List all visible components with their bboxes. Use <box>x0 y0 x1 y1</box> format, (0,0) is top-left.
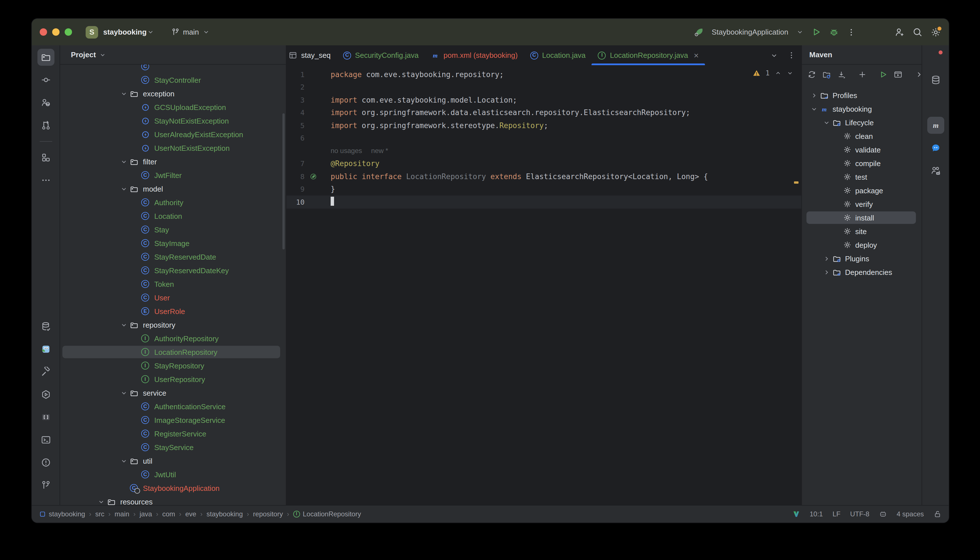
code-line[interactable]: 6 <box>286 132 801 145</box>
tool-window-button-code-with-me[interactable] <box>37 94 54 111</box>
project-tree-item[interactable]: CAuthenticationService <box>60 400 286 413</box>
maven-goal-deploy[interactable]: deploy <box>802 238 922 252</box>
tab-list-chevron-down-icon[interactable] <box>770 51 778 59</box>
tool-window-button-problems[interactable] <box>37 454 54 471</box>
download-sources-button-icon[interactable] <box>837 70 846 79</box>
tree-chevron-down-icon[interactable] <box>119 185 128 192</box>
tool-window-button-brackets-plugin[interactable] <box>37 409 54 426</box>
tree-chevron-right-icon[interactable] <box>821 255 831 262</box>
code-line[interactable]: 1package com.eve.staybooking.repository; <box>286 68 801 81</box>
tool-window-button-ai-assistant[interactable] <box>927 94 944 111</box>
breadcrumb-item[interactable]: staybooking <box>207 510 243 518</box>
project-tree-item[interactable]: CAuthority <box>60 195 286 209</box>
code-line[interactable]: 10 <box>286 195 801 208</box>
project-tree-item[interactable]: exception <box>60 87 286 100</box>
tree-chevron-down-icon[interactable] <box>97 498 105 505</box>
editor-tab[interactable]: ILocationRepository.java× <box>592 45 705 65</box>
breadcrumb-item[interactable]: main <box>115 510 129 518</box>
tool-window-button-commit[interactable] <box>37 72 54 88</box>
editor-tab[interactable]: stay_seq <box>286 45 337 65</box>
maven-goal-clean[interactable]: clean <box>802 129 922 143</box>
maven-goal-validate[interactable]: validate <box>802 143 922 157</box>
caret-position[interactable]: 10:1 <box>810 510 823 518</box>
tool-window-button-notifications[interactable] <box>927 49 944 66</box>
project-name[interactable]: staybooking <box>103 28 147 36</box>
code-line[interactable]: 7@Repository <box>286 157 801 170</box>
breadcrumb-item[interactable]: ILocationRepository <box>293 510 361 518</box>
maven-tree-item[interactable]: mstaybooking <box>802 102 922 116</box>
run-button[interactable] <box>811 27 821 37</box>
project-tree-item[interactable]: CStayController <box>60 73 286 87</box>
tree-chevron-down-icon[interactable] <box>119 158 128 165</box>
breadcrumb-item[interactable]: com <box>162 510 175 518</box>
maven-tree-item[interactable]: Lifecycle <box>802 116 922 129</box>
project-tree-item[interactable]: IAuthorityRepository <box>60 332 286 345</box>
tool-window-button-database-changes[interactable] <box>37 318 54 335</box>
project-panel-header[interactable]: Project <box>60 45 286 65</box>
refresh-button-icon[interactable] <box>808 70 816 79</box>
spring-bean-gutter-icon[interactable] <box>309 173 317 180</box>
project-tree-item[interactable]: CJwtUtil <box>60 468 286 481</box>
editor-tab[interactable]: CSecurityConfig.java <box>337 45 425 65</box>
tool-window-button-version-control[interactable] <box>37 477 54 494</box>
tool-window-button-contributors-chat[interactable] <box>927 162 944 179</box>
ai-status-icon[interactable] <box>879 510 887 518</box>
project-tree-item[interactable]: IStayRepository <box>60 359 286 372</box>
tree-chevron-right-icon[interactable] <box>809 92 819 99</box>
tool-window-button-build[interactable] <box>37 363 54 380</box>
close-tab-icon[interactable]: × <box>694 51 699 60</box>
write-access-icon[interactable] <box>933 510 942 518</box>
maven-tree-item[interactable]: Dependencies <box>802 265 922 279</box>
tab-options-kebab-icon[interactable] <box>787 51 796 60</box>
project-tree-item[interactable]: CLocation <box>60 209 286 223</box>
zoom-window-button[interactable] <box>65 28 72 36</box>
search-everywhere-button[interactable] <box>913 27 923 37</box>
maven-goal-test[interactable]: test <box>802 170 922 183</box>
add-configuration-button-icon[interactable] <box>858 70 866 79</box>
run-build-button-icon[interactable] <box>879 70 888 79</box>
code-line[interactable]: 9} <box>286 183 801 195</box>
editor-tab[interactable]: CLocation.java <box>524 45 592 65</box>
maven-tree-item[interactable]: Plugins <box>802 252 922 265</box>
reload-projects-button-icon[interactable] <box>822 70 831 79</box>
project-tree-item[interactable]: CStaybookingApplication <box>60 481 286 495</box>
tool-window-button-database[interactable] <box>927 72 944 88</box>
execute-goal-button-icon[interactable] <box>894 70 902 79</box>
file-encoding[interactable]: UTF-8 <box>850 510 870 518</box>
maven-goal-package[interactable]: package <box>802 183 922 197</box>
tool-window-button-maven[interactable]: m <box>927 117 944 134</box>
code-line[interactable]: 2 <box>286 81 801 93</box>
breadcrumb-item[interactable]: staybooking <box>39 510 85 518</box>
project-tree-item[interactable]: StayNotExistException <box>60 114 286 128</box>
tree-chevron-right-icon[interactable] <box>821 268 831 276</box>
error-stripe-warning-mark[interactable] <box>794 182 798 183</box>
project-tree-item[interactable]: resources <box>60 495 286 505</box>
project-tree-item[interactable]: CStayImage <box>60 237 286 250</box>
project-tree-item[interactable]: repository <box>60 318 286 332</box>
tool-window-button-terminal[interactable] <box>37 431 54 448</box>
project-tree-item[interactable]: CStayReservedDate <box>60 250 286 263</box>
branch-widget[interactable]: main <box>171 28 210 36</box>
project-tree-item[interactable]: IUserRepository <box>60 372 286 386</box>
line-separator[interactable]: LF <box>833 510 840 518</box>
tool-window-button-structure[interactable] <box>37 149 54 166</box>
project-tree-item[interactable]: CImageStorageService <box>60 413 286 427</box>
tree-chevron-down-icon[interactable] <box>809 105 819 113</box>
code-line[interactable]: 4import org.springframework.data.elastic… <box>286 106 801 119</box>
run-configuration[interactable]: StaybookingApplication <box>712 28 788 36</box>
tool-window-button-pull-requests[interactable] <box>37 117 54 134</box>
editor-tab[interactable]: mpom.xml (staybooking) <box>425 45 524 65</box>
maven-tree-item[interactable]: Profiles <box>802 88 922 102</box>
project-tree-item[interactable]: EUserRole <box>60 304 286 318</box>
project-tree-item[interactable]: CRegisterService <box>60 427 286 440</box>
tool-window-button-chat-plugin[interactable] <box>927 140 944 157</box>
tree-chevron-down-icon[interactable] <box>821 119 831 126</box>
project-chevron-down-icon[interactable] <box>147 28 154 36</box>
minimize-window-button[interactable] <box>52 28 60 36</box>
tool-window-button-more-tool-windows[interactable] <box>37 172 54 189</box>
tree-chevron-down-icon[interactable] <box>119 389 128 397</box>
prev-problem-chevron-up-icon[interactable] <box>775 70 781 77</box>
project-tree-item[interactable]: CUser <box>60 291 286 304</box>
indent-style[interactable]: 4 spaces <box>897 510 924 518</box>
breadcrumb-item[interactable]: java <box>140 510 152 518</box>
